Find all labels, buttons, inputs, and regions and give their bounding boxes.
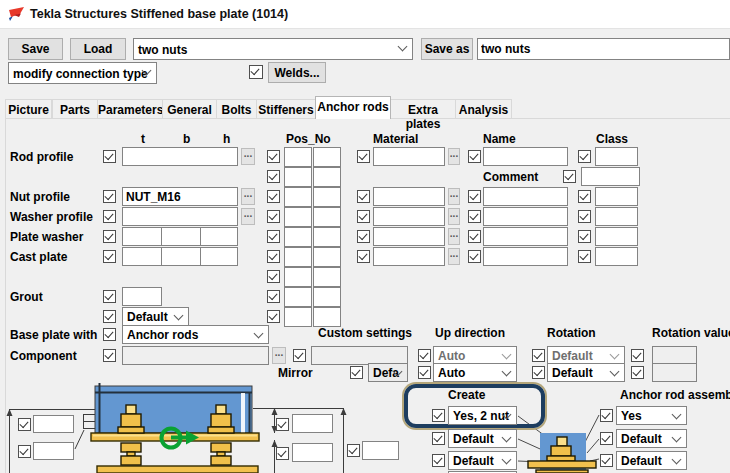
posno-r4-start-field[interactable] — [313, 207, 341, 227]
rod-name-checkbox[interactable] — [468, 150, 481, 163]
save-button[interactable]: Save — [8, 38, 63, 60]
up-direction-1-checkbox[interactable] — [418, 349, 431, 362]
posno-r7-checkbox[interactable] — [267, 270, 280, 283]
nut-profile-checkbox[interactable] — [103, 190, 116, 203]
cast-plate-material-field[interactable] — [373, 247, 445, 266]
tab-stiffeners[interactable]: Stiffeners — [256, 99, 316, 119]
pic-left-dim1-field[interactable] — [33, 415, 74, 433]
assembly-row1-dropdown[interactable]: Yes — [616, 406, 687, 425]
posno-r9-checkbox[interactable] — [267, 310, 280, 323]
plate-washer-material-browse-button[interactable]: ... — [448, 228, 460, 245]
connection-type-combobox[interactable]: modify connection type — [8, 62, 157, 84]
welds-checkbox[interactable] — [249, 65, 263, 79]
posno-r9-prefix-field[interactable] — [284, 307, 312, 327]
pic-left-dim2-checkbox[interactable] — [18, 445, 31, 458]
create-row1-checkbox[interactable] — [432, 409, 445, 422]
rod-name-field[interactable] — [483, 147, 568, 166]
rotation-2-checkbox[interactable] — [532, 366, 545, 379]
plate-washer-name-field[interactable] — [483, 227, 568, 246]
custom-settings-checkbox[interactable] — [293, 349, 306, 362]
cast-plate-material-checkbox[interactable] — [357, 250, 370, 263]
posno-r3-prefix-field[interactable] — [284, 187, 312, 207]
rod-material-field[interactable] — [373, 147, 445, 166]
pic-right-dim2-field[interactable] — [292, 443, 333, 462]
washer-material-browse-button[interactable]: ... — [448, 208, 460, 225]
mirror-dropdown[interactable]: Defa — [368, 363, 408, 382]
nut-material-browse-button[interactable]: ... — [448, 188, 460, 205]
grout-position-dropdown[interactable]: Default — [122, 307, 189, 326]
pic-total-dim-field[interactable] — [362, 441, 399, 460]
tab-parts[interactable]: Parts — [52, 99, 98, 119]
create-row2-checkbox[interactable] — [432, 432, 445, 445]
posno-r5-prefix-field[interactable] — [284, 227, 312, 247]
cast-plate-b-field[interactable] — [161, 247, 201, 266]
washer-class-checkbox[interactable] — [578, 210, 591, 223]
settings-combobox[interactable]: two nuts — [133, 38, 413, 60]
posno-r6-prefix-field[interactable] — [284, 247, 312, 267]
posno-r4-prefix-field[interactable] — [284, 207, 312, 227]
up-direction-2-dropdown[interactable]: Auto — [433, 363, 517, 382]
rotation-value-1-checkbox[interactable] — [631, 349, 644, 362]
pic-left-dim1-checkbox[interactable] — [18, 418, 31, 431]
assembly-row3-dropdown[interactable]: Default — [616, 451, 687, 470]
posno-r1-prefix-field[interactable] — [284, 147, 312, 167]
posno-r9-start-field[interactable] — [313, 307, 341, 327]
washer-profile-browse-button[interactable]: ... — [241, 208, 255, 225]
washer-class-field[interactable] — [595, 207, 638, 226]
rotation-1-checkbox[interactable] — [532, 349, 545, 362]
rod-profile-checkbox[interactable] — [103, 150, 116, 163]
nut-profile-field[interactable] — [122, 187, 238, 206]
posno-r5-checkbox[interactable] — [267, 230, 280, 243]
rod-material-browse-button[interactable]: ... — [448, 148, 460, 165]
tab-extra-plates[interactable]: Extra plates — [390, 99, 456, 119]
save-as-button[interactable]: Save as — [421, 38, 473, 60]
load-button[interactable]: Load — [70, 38, 126, 60]
assembly-row1-checkbox[interactable] — [600, 409, 613, 422]
pic-right-dim1-field[interactable] — [292, 414, 333, 433]
welds-button[interactable]: Welds... — [268, 62, 326, 83]
plate-washer-material-checkbox[interactable] — [357, 230, 370, 243]
rod-class-checkbox[interactable] — [578, 150, 591, 163]
posno-r6-checkbox[interactable] — [267, 250, 280, 263]
rod-material-checkbox[interactable] — [357, 150, 370, 163]
plate-washer-checkbox[interactable] — [103, 230, 116, 243]
grout-position-checkbox[interactable] — [103, 310, 116, 323]
component-field[interactable] — [122, 346, 269, 365]
create-row3-checkbox[interactable] — [432, 454, 445, 467]
cast-plate-h-field[interactable] — [200, 247, 238, 266]
nut-material-checkbox[interactable] — [357, 190, 370, 203]
plate-washer-b-field[interactable] — [161, 227, 201, 246]
washer-profile-field[interactable] — [122, 207, 238, 226]
cast-plate-material-browse-button[interactable]: ... — [448, 248, 460, 265]
posno-r4-checkbox[interactable] — [267, 210, 280, 223]
cast-plate-class-field[interactable] — [595, 247, 638, 266]
assembly-row2-checkbox[interactable] — [600, 432, 613, 445]
posno-r3-checkbox[interactable] — [267, 190, 280, 203]
nut-name-field[interactable] — [483, 187, 568, 206]
component-browse-button[interactable]: ... — [272, 347, 286, 364]
rotation-value-2-field[interactable] — [652, 363, 697, 382]
rod-class-field[interactable] — [595, 147, 638, 166]
rotation-value-2-checkbox[interactable] — [631, 366, 644, 379]
create-row3-dropdown[interactable]: Default — [448, 451, 517, 470]
assembly-row3-checkbox[interactable] — [600, 454, 613, 467]
cast-plate-name-field[interactable] — [483, 247, 568, 266]
plate-washer-h-field[interactable] — [200, 227, 238, 246]
rod-profile-browse-button[interactable]: ... — [241, 148, 255, 165]
tab-general[interactable]: General — [162, 99, 217, 119]
posno-r1-checkbox[interactable] — [267, 150, 280, 163]
posno-r7-prefix-field[interactable] — [284, 267, 312, 287]
plate-washer-class-checkbox[interactable] — [578, 230, 591, 243]
component-checkbox[interactable] — [103, 349, 116, 362]
nut-profile-browse-button[interactable]: ... — [241, 188, 255, 205]
rod-profile-field[interactable] — [122, 147, 238, 166]
rotation-2-dropdown[interactable]: Default — [547, 363, 625, 382]
base-plate-with-checkbox[interactable] — [103, 328, 116, 341]
nut-name-checkbox[interactable] — [468, 190, 481, 203]
washer-name-field[interactable] — [483, 207, 568, 226]
mirror-checkbox[interactable] — [350, 366, 363, 379]
nut-class-checkbox[interactable] — [578, 190, 591, 203]
save-as-name-field[interactable] — [477, 38, 730, 60]
pic-right-dim1-checkbox[interactable] — [276, 418, 289, 431]
nut-class-field[interactable] — [595, 187, 638, 206]
